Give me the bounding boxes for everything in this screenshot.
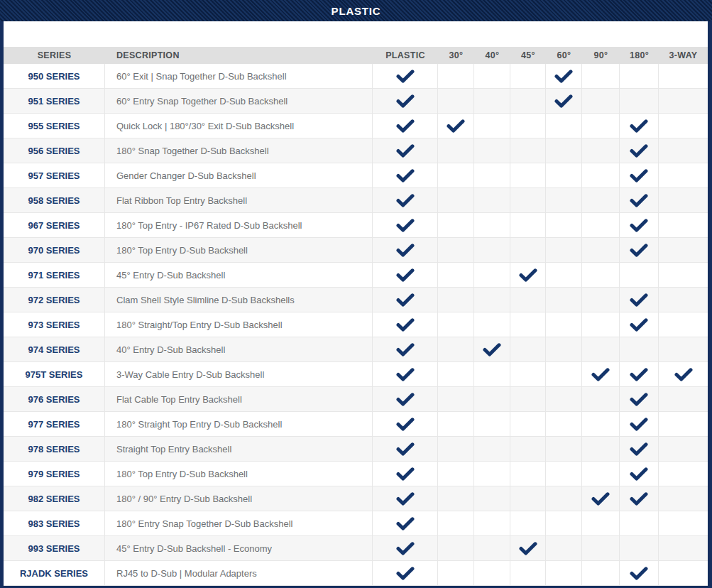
check-cell-deg90: [582, 511, 620, 535]
checkmark-icon: [630, 368, 648, 381]
checkmark-icon: [630, 567, 648, 580]
check-cell-deg30: [438, 238, 474, 262]
table-row: 978 SERIESStraight Top Entry Backshell: [4, 437, 708, 462]
checkmark-icon: [396, 368, 415, 381]
check-cell-way3: [659, 288, 708, 312]
check-cell-deg45: [510, 64, 546, 88]
check-cell-deg40: [474, 362, 510, 386]
check-cell-plastic: [373, 561, 438, 585]
series-link[interactable]: 975T SERIES: [4, 362, 105, 386]
check-cell-deg60: [546, 188, 582, 212]
check-cell-deg90: [582, 312, 620, 337]
checkmark-icon: [396, 70, 415, 83]
check-cell-deg90: [582, 536, 620, 560]
check-cell-deg40: [474, 561, 510, 585]
checkmark-icon: [396, 567, 415, 580]
check-cell-deg90: [582, 138, 620, 163]
series-link[interactable]: 983 SERIES: [4, 511, 105, 535]
check-cell-deg40: [474, 337, 510, 361]
checkmark-icon: [483, 343, 501, 356]
series-link[interactable]: 970 SERIES: [4, 238, 105, 262]
check-cell-deg90: [582, 64, 620, 88]
series-link[interactable]: 956 SERIES: [4, 138, 105, 163]
checkmark-icon: [554, 70, 573, 83]
check-cell-deg40: [474, 312, 510, 337]
series-link[interactable]: 982 SERIES: [4, 486, 105, 511]
col-header-deg45: 45°: [510, 47, 546, 64]
checkmark-icon: [630, 393, 648, 406]
series-link[interactable]: 971 SERIES: [4, 263, 105, 287]
check-cell-deg30: [438, 163, 474, 187]
check-cell-deg45: [510, 462, 546, 486]
check-cell-way3: [659, 114, 708, 138]
series-link[interactable]: 974 SERIES: [4, 337, 105, 361]
check-cell-deg30: [438, 64, 474, 88]
check-cell-deg45: [510, 486, 546, 511]
check-cell-deg180: [620, 312, 659, 337]
check-cell-plastic: [373, 536, 438, 560]
row-description: Quick Lock | 180°/30° Exit D-Sub Backshe…: [105, 114, 373, 138]
checkmark-icon: [396, 293, 415, 307]
check-cell-deg30: [438, 536, 474, 560]
check-cell-deg45: [510, 337, 546, 361]
check-cell-way3: [659, 163, 708, 187]
series-link[interactable]: 978 SERIES: [4, 437, 105, 461]
check-cell-deg30: [438, 288, 474, 312]
checkmark-icon: [396, 467, 415, 481]
checkmark-icon: [396, 393, 415, 406]
series-link[interactable]: 972 SERIES: [4, 288, 105, 312]
check-cell-deg30: [438, 561, 474, 585]
banner-title: PLASTIC: [332, 5, 381, 17]
check-cell-deg30: [438, 263, 474, 287]
check-cell-deg180: [620, 437, 659, 461]
check-cell-deg40: [474, 536, 510, 560]
row-description: 60° Entry Snap Together D-Sub Backshell: [105, 89, 373, 113]
check-cell-deg90: [582, 362, 620, 386]
series-link[interactable]: 951 SERIES: [4, 89, 105, 113]
check-cell-deg40: [474, 64, 510, 88]
check-cell-deg60: [546, 288, 582, 312]
checkmark-icon: [591, 368, 610, 381]
series-link[interactable]: 993 SERIES: [4, 536, 105, 560]
series-link[interactable]: 979 SERIES: [4, 462, 105, 486]
checkmark-icon: [396, 94, 415, 108]
check-cell-deg180: [620, 213, 659, 237]
series-link[interactable]: 977 SERIES: [4, 412, 105, 436]
series-link[interactable]: 957 SERIES: [4, 163, 105, 187]
checkmark-icon: [674, 368, 693, 381]
row-description: Flat Ribbon Top Entry Backshell: [105, 188, 373, 212]
series-link[interactable]: 973 SERIES: [4, 312, 105, 337]
check-cell-deg90: [582, 163, 620, 187]
col-header-way3: 3-WAY: [659, 47, 708, 64]
check-cell-deg90: [582, 462, 620, 486]
check-cell-deg90: [582, 387, 620, 411]
check-cell-way3: [659, 437, 708, 461]
check-cell-deg40: [474, 263, 510, 287]
series-link[interactable]: 958 SERIES: [4, 188, 105, 212]
row-description: 180° Entry Snap Together D-Sub Backshell: [105, 511, 373, 535]
row-description: Straight Top Entry Backshell: [105, 437, 373, 461]
series-link[interactable]: 967 SERIES: [4, 213, 105, 237]
check-cell-deg180: [620, 511, 659, 535]
check-cell-deg45: [510, 163, 546, 187]
check-cell-deg45: [510, 213, 546, 237]
table-row: 956 SERIES180° Snap Together D-Sub Backs…: [4, 138, 708, 163]
row-description: 3-Way Cable Entry D-Sub Backshell: [105, 362, 373, 386]
table-row: 977 SERIES180° Straight Top Entry D-Sub …: [4, 412, 708, 437]
col-header-deg180: 180°: [620, 47, 659, 64]
series-link[interactable]: 955 SERIES: [4, 114, 105, 138]
check-cell-deg30: [438, 138, 474, 163]
series-link[interactable]: 950 SERIES: [4, 64, 105, 88]
checkmark-icon: [396, 268, 415, 282]
check-cell-deg40: [474, 114, 510, 138]
check-cell-deg180: [620, 138, 659, 163]
check-cell-deg45: [510, 263, 546, 287]
series-link[interactable]: RJADK SERIES: [4, 561, 105, 585]
check-cell-deg180: [620, 536, 659, 560]
check-cell-deg45: [510, 288, 546, 312]
check-cell-deg90: [582, 89, 620, 113]
check-cell-deg30: [438, 462, 474, 486]
check-cell-deg40: [474, 412, 510, 436]
check-cell-deg40: [474, 462, 510, 486]
series-link[interactable]: 976 SERIES: [4, 387, 105, 411]
